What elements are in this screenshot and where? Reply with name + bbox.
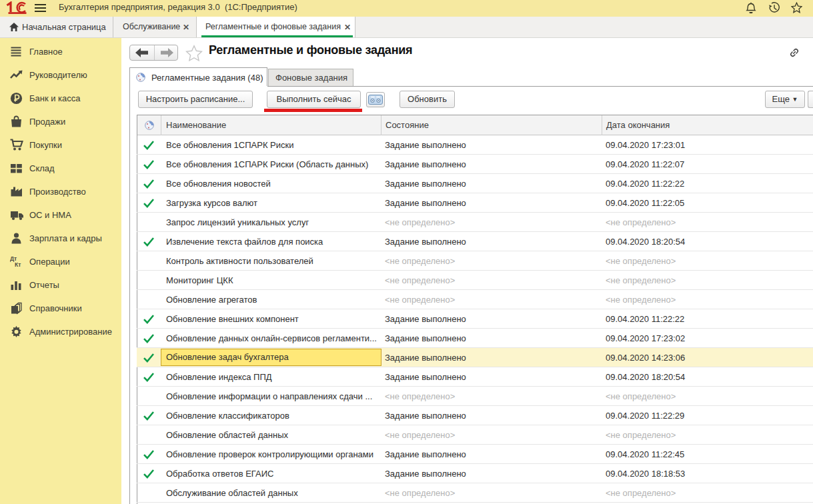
svg-text:Кт: Кт: [15, 261, 21, 268]
